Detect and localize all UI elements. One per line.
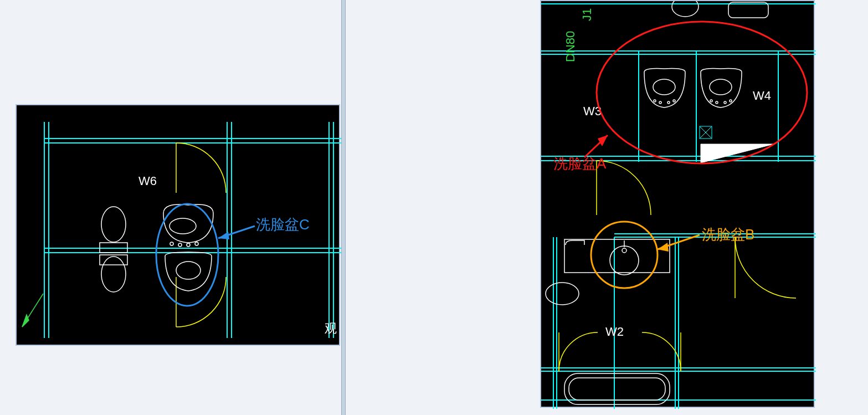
room-label-w6: W6	[138, 174, 157, 188]
svg-point-31	[724, 101, 726, 104]
svg-point-26	[667, 101, 670, 104]
svg-point-30	[716, 101, 718, 104]
svg-point-6	[170, 218, 196, 234]
svg-point-10	[195, 242, 198, 245]
svg-point-9	[187, 243, 190, 247]
right-cad-viewport[interactable]: DN80 J1 W3 W4 W2 洗脸盆A 洗脸盆B	[540, 0, 815, 408]
text-dn80: DN80	[563, 31, 578, 62]
svg-point-28	[710, 79, 732, 95]
right-cad-drawing	[541, 1, 816, 409]
svg-point-39	[546, 283, 579, 305]
left-cad-viewport[interactable]: W6 观 洗脸盆C	[16, 104, 340, 346]
svg-point-29	[710, 100, 712, 102]
svg-point-25	[659, 101, 661, 104]
annotation-label-c: 洗脸盆C	[256, 215, 310, 234]
svg-point-8	[178, 243, 182, 247]
svg-point-23	[653, 79, 675, 95]
svg-rect-35	[564, 239, 670, 273]
svg-point-24	[654, 100, 656, 102]
svg-point-37	[622, 248, 626, 253]
annotation-label-a: 洗脸盆A	[553, 154, 606, 173]
svg-marker-13	[22, 315, 29, 327]
room-label-w3: W3	[583, 104, 602, 119]
annotation-label-b: 洗脸盆B	[702, 225, 754, 244]
svg-rect-41	[569, 378, 665, 400]
svg-point-11	[176, 262, 201, 279]
svg-rect-34	[728, 2, 768, 18]
svg-point-32	[730, 100, 732, 102]
room-label-w4: W4	[753, 89, 771, 103]
room-label-w2: W2	[605, 325, 624, 339]
svg-point-2	[101, 207, 126, 242]
svg-point-4	[101, 257, 126, 292]
split-divider[interactable]	[341, 0, 346, 415]
text-misc: 观	[325, 320, 337, 337]
text-j1: J1	[580, 8, 594, 21]
svg-point-7	[170, 242, 173, 245]
svg-point-27	[673, 100, 675, 102]
